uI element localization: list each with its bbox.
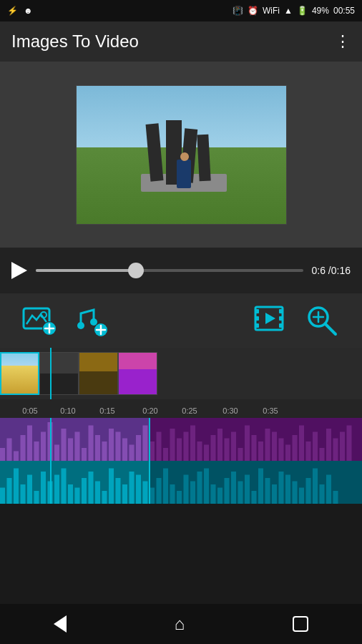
svg-rect-13 — [255, 316, 259, 321]
app-title: Images To Video — [11, 31, 139, 52]
video-thumbnail[interactable] — [76, 85, 287, 225]
svg-rect-12 — [255, 309, 259, 313]
add-image-button[interactable] — [14, 299, 66, 342]
svg-rect-15 — [279, 309, 283, 313]
person-silhouette — [177, 160, 191, 188]
ruler-mark-2: 0:10 — [60, 406, 75, 415]
playhead-indicator — [50, 348, 52, 399]
svg-rect-16 — [279, 316, 283, 321]
timeline-area: 0:05 0:10 0:15 0:20 0:25 0:30 0:35 — [0, 348, 362, 504]
vibrate-icon: 📳 — [233, 6, 243, 16]
svg-point-7 — [90, 318, 97, 326]
wifi-icon: WiFi — [263, 6, 280, 16]
recents-button[interactable] — [293, 616, 308, 632]
video-preview-area — [0, 62, 362, 248]
ruler-mark-5: 0:25 — [182, 406, 197, 415]
zoom-icon — [304, 303, 340, 338]
usb-icon: ⚡ — [7, 6, 18, 16]
waveform-playhead — [50, 418, 52, 504]
playback-bar: 0:6 /0:16 — [0, 248, 362, 293]
back-button[interactable] — [54, 615, 67, 633]
status-left-icons: ⚡ ☻ — [7, 6, 33, 16]
add-image-icon — [22, 303, 58, 338]
time-display: 00:55 — [333, 6, 355, 16]
zoom-button[interactable] — [296, 299, 348, 342]
ruler-mark-7: 0:35 — [263, 406, 278, 415]
add-audio-button[interactable] — [66, 299, 117, 342]
alarm-icon: ⏰ — [248, 6, 258, 16]
svg-rect-17 — [279, 323, 283, 328]
monument-4 — [197, 134, 210, 181]
app-bar: Images To Video ⋮ — [0, 21, 362, 62]
battery-percent: 49% — [312, 6, 329, 16]
svg-line-20 — [326, 324, 336, 334]
svg-marker-18 — [265, 313, 275, 324]
timeline-ruler: 0:05 0:10 0:15 0:20 0:25 0:30 0:35 — [0, 399, 362, 418]
overflow-menu-icon[interactable]: ⋮ — [335, 32, 351, 51]
add-audio-icon — [74, 303, 109, 338]
ruler-mark-4: 0:20 — [142, 406, 157, 415]
status-right-icons: 📳 ⏰ WiFi ▲ 🔋 49% 00:55 — [233, 6, 355, 16]
video-fx-button[interactable] — [245, 299, 296, 342]
home-button[interactable]: ⌂ — [175, 614, 185, 634]
svg-rect-14 — [255, 323, 259, 328]
selected-region — [0, 418, 150, 504]
progress-track[interactable] — [36, 269, 303, 272]
waveform-area[interactable] — [0, 418, 362, 504]
ruler-mark-1: 0:05 — [22, 406, 37, 415]
time-display: 0:6 /0:16 — [312, 265, 351, 276]
image-clip-4[interactable] — [118, 352, 157, 395]
toolbar — [0, 293, 362, 348]
image-clip-1[interactable] — [0, 352, 39, 395]
person-head — [180, 152, 189, 161]
video-fx-icon — [253, 303, 288, 338]
play-button[interactable] — [11, 262, 27, 279]
svg-point-6 — [77, 322, 84, 329]
status-bar: ⚡ ☻ 📳 ⏰ WiFi ▲ 🔋 49% 00:55 — [0, 0, 362, 21]
progress-thumb[interactable] — [128, 263, 144, 278]
image-clip-2[interactable] — [39, 352, 79, 395]
ruler-mark-6: 0:30 — [222, 406, 238, 415]
image-strip[interactable] — [0, 348, 362, 399]
image-clip-3[interactable] — [79, 352, 118, 395]
nav-bar: ⌂ — [0, 604, 362, 644]
battery-icon: 🔋 — [297, 6, 308, 16]
android-icon: ☻ — [24, 6, 33, 16]
signal-icon: ▲ — [284, 6, 293, 16]
ruler-mark-3: 0:15 — [99, 406, 114, 415]
progress-filled — [36, 269, 136, 272]
